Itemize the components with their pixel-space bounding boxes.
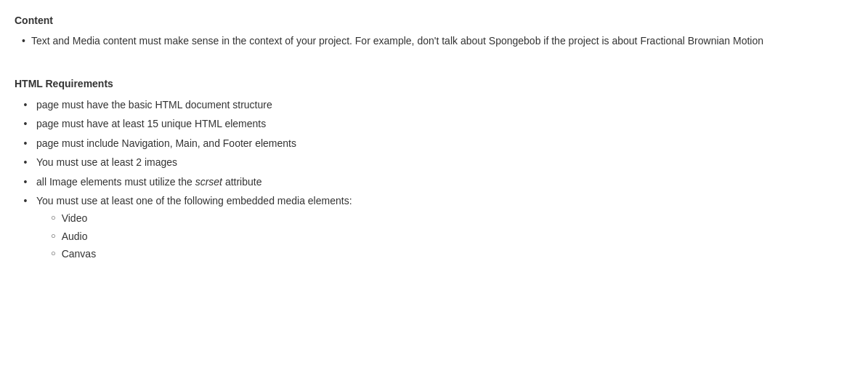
content-section: Content Text and Media content must make… — [15, 15, 853, 49]
sub-item-text: Video — [62, 210, 88, 226]
req-item-text: page must have at least 15 unique HTML e… — [36, 116, 853, 132]
list-item: • You must use at least one of the follo… — [15, 193, 853, 264]
bullet-dot: • — [15, 193, 36, 209]
content-item-text: Text and Media content must make sense i… — [31, 33, 853, 49]
list-item: Text and Media content must make sense i… — [22, 33, 853, 49]
list-item: • page must have at least 15 unique HTML… — [15, 116, 853, 132]
list-item: • You must use at least 2 images — [15, 154, 853, 170]
sub-list: Video Audio Canvas — [36, 210, 853, 262]
req-item-text: all Image elements must utilize the scrs… — [36, 174, 853, 190]
list-item: • page must include Navigation, Main, an… — [15, 135, 853, 151]
italic-text: scrset — [195, 176, 222, 188]
list-item: Audio — [51, 228, 853, 244]
bullet-dot: • — [15, 116, 36, 132]
req-item-text: page must have the basic HTML document s… — [36, 97, 853, 113]
req-item-text: You must use at least 2 images — [36, 154, 853, 170]
list-item: Canvas — [51, 246, 853, 262]
bullet-dot: • — [15, 135, 36, 151]
list-item: Video — [51, 210, 853, 226]
content-list: Text and Media content must make sense i… — [15, 33, 853, 49]
html-requirements-section: HTML Requirements • page must have the b… — [15, 78, 853, 264]
req-item-text: page must include Navigation, Main, and … — [36, 135, 853, 151]
sub-item-text: Audio — [62, 228, 88, 244]
list-item: • all Image elements must utilize the sc… — [15, 174, 853, 190]
bullet-dot: • — [15, 174, 36, 190]
html-requirements-list: • page must have the basic HTML document… — [15, 97, 853, 264]
html-requirements-heading: HTML Requirements — [15, 78, 853, 89]
content-heading: Content — [15, 15, 853, 26]
sub-item-text: Canvas — [62, 246, 96, 262]
bullet-dot: • — [15, 97, 36, 113]
list-item: • page must have the basic HTML document… — [15, 97, 853, 113]
req-item-text: You must use at least one of the followi… — [36, 193, 853, 264]
bullet-dot: • — [15, 154, 36, 170]
